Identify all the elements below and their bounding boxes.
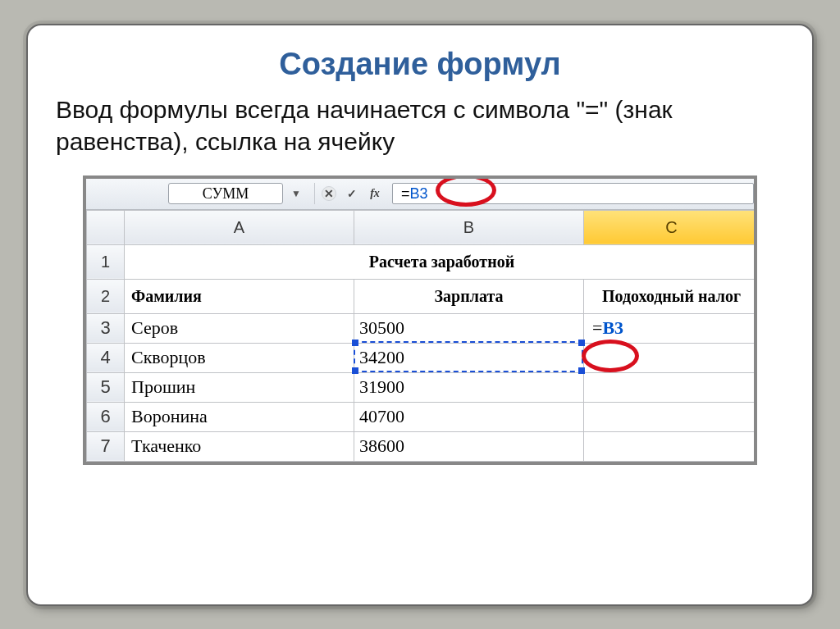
spreadsheet-grid-wrap: A B C 1 Расчета заработной 2 Фамилия Зар… xyxy=(86,210,754,462)
formula-bar-buttons: ✕ ✓ fx xyxy=(314,183,389,204)
formula-equals: = xyxy=(401,185,410,203)
cell-b4[interactable]: 34200 xyxy=(354,343,584,372)
formula-reference: B3 xyxy=(410,185,428,203)
slide-frame: Создание формул Ввод формулы всегда начи… xyxy=(26,24,814,606)
cell-a6[interactable]: Воронина xyxy=(125,402,354,431)
name-box-dropdown-icon[interactable]: ▼ xyxy=(285,188,308,199)
slide-title: Создание формул xyxy=(56,47,784,82)
column-header-c[interactable]: C xyxy=(584,210,755,244)
select-all-corner[interactable] xyxy=(87,210,125,244)
column-header-b[interactable]: B xyxy=(354,210,584,244)
screenshot-frame: СУММ ▼ ✕ ✓ fx =B3 xyxy=(83,175,757,465)
cell-c5[interactable] xyxy=(584,372,755,402)
cell-c6[interactable] xyxy=(584,402,755,431)
row-header-5[interactable]: 5 xyxy=(87,372,125,402)
cell-label-a[interactable]: Фамилия xyxy=(125,279,354,313)
cell-c7[interactable] xyxy=(584,431,755,461)
row-header-2[interactable]: 2 xyxy=(87,279,125,313)
cell-b5[interactable]: 31900 xyxy=(354,372,584,402)
cell-c3[interactable]: =B3 xyxy=(584,313,755,343)
spreadsheet-grid[interactable]: A B C 1 Расчета заработной 2 Фамилия Зар… xyxy=(86,210,754,462)
cell-a4[interactable]: Скворцов xyxy=(125,343,354,372)
fx-icon[interactable]: fx xyxy=(368,186,382,201)
cell-label-c[interactable]: Подоходный налог xyxy=(584,279,755,313)
formula-bar: СУММ ▼ ✕ ✓ fx =B3 xyxy=(86,179,754,210)
cancel-formula-icon[interactable]: ✕ xyxy=(322,186,336,201)
formula-input[interactable]: =B3 xyxy=(392,183,754,204)
row-header-3[interactable]: 3 xyxy=(87,313,125,343)
column-header-a[interactable]: A xyxy=(125,210,354,244)
cell-label-b[interactable]: Зарплата xyxy=(354,279,584,313)
cell-a5[interactable]: Прошин xyxy=(125,372,354,402)
row-header-7[interactable]: 7 xyxy=(87,431,125,461)
cell-a7[interactable]: Ткаченко xyxy=(125,431,354,461)
cell-b7[interactable]: 38600 xyxy=(354,431,584,461)
slide-intro: Ввод формулы всегда начинается с символа… xyxy=(56,93,784,157)
cell-c4[interactable] xyxy=(584,343,755,372)
cell-c3-equals: = xyxy=(592,317,602,338)
cell-title[interactable]: Расчета заработной xyxy=(125,244,755,279)
cell-b3[interactable]: 30500 xyxy=(354,313,584,343)
cell-c3-reference: B3 xyxy=(602,317,623,338)
name-box[interactable]: СУММ xyxy=(168,183,283,204)
enter-formula-icon[interactable]: ✓ xyxy=(345,186,359,201)
excel-screenshot: СУММ ▼ ✕ ✓ fx =B3 xyxy=(86,179,754,462)
row-header-6[interactable]: 6 xyxy=(87,402,125,431)
cell-b6[interactable]: 40700 xyxy=(354,402,584,431)
cell-a3[interactable]: Серов xyxy=(125,313,354,343)
row-header-4[interactable]: 4 xyxy=(87,343,125,372)
row-header-1[interactable]: 1 xyxy=(87,244,125,279)
